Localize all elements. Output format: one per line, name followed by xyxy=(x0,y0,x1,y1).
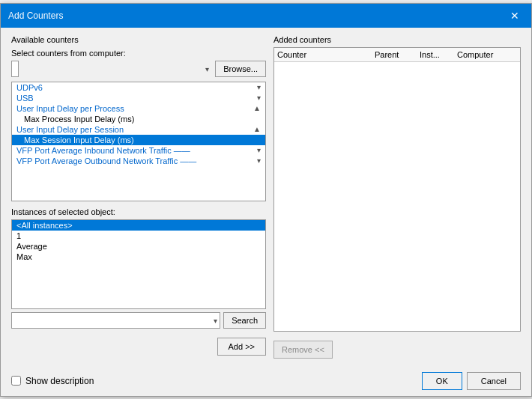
list-item[interactable]: User Input Delay per Session ▲ xyxy=(12,124,265,135)
col-parent: Parent xyxy=(375,50,420,59)
expand-icon: ▾ xyxy=(257,156,261,165)
available-counters-label: Available counters xyxy=(11,35,266,44)
instance-item-average[interactable]: Average xyxy=(12,241,265,252)
remove-button[interactable]: Remove << xyxy=(273,341,333,359)
added-counters-table: Counter Parent Inst... Computer xyxy=(273,47,521,332)
instances-list[interactable]: <All instances> 1 Average Max xyxy=(11,219,266,309)
add-button[interactable]: Add >> xyxy=(217,338,266,356)
expand-icon: ▾ xyxy=(257,83,261,91)
added-table-body xyxy=(274,62,520,317)
search-row: Search xyxy=(11,312,266,329)
instances-label: Instances of selected object: xyxy=(11,207,266,216)
expand-icon: ▲ xyxy=(253,125,261,133)
instance-item-max[interactable]: Max xyxy=(12,252,265,262)
search-select-wrapper xyxy=(11,312,220,329)
list-item[interactable]: User Input Delay per Process ▲ xyxy=(12,103,265,114)
computer-row: Browse... xyxy=(11,61,266,77)
list-item[interactable]: VFP Port Average Inbound Network Traffic… xyxy=(12,145,265,156)
instance-item-all[interactable]: <All instances> xyxy=(12,220,265,231)
select-from-label: Select counters from computer: xyxy=(11,49,266,58)
table-header: Counter Parent Inst... Computer xyxy=(274,48,520,62)
ok-button[interactable]: OK xyxy=(422,372,462,390)
dialog-footer: Show description OK Cancel xyxy=(1,366,531,396)
counters-list[interactable]: UDPv6 ▾ USB ▾ User Input Delay per Proce… xyxy=(11,82,266,201)
dialog-body: Available counters Select counters from … xyxy=(1,28,531,366)
instance-item-1[interactable]: 1 xyxy=(12,231,265,241)
show-description-label: Show description xyxy=(25,376,94,386)
list-item[interactable]: VFP Port Average Outbound Network Traffi… xyxy=(12,156,265,166)
title-bar: Add Counters ✕ xyxy=(1,4,531,28)
left-panel: Available counters Select counters from … xyxy=(11,35,266,359)
list-item[interactable]: UDPv6 ▾ xyxy=(12,82,265,93)
close-button[interactable]: ✕ xyxy=(506,8,524,23)
cancel-button[interactable]: Cancel xyxy=(467,372,521,390)
computer-select-wrapper xyxy=(11,61,212,77)
search-button[interactable]: Search xyxy=(223,312,266,329)
list-item-selected[interactable]: Max Session Input Delay (ms) xyxy=(12,135,265,145)
show-description-checkbox[interactable] xyxy=(11,376,21,386)
dialog-title: Add Counters xyxy=(8,10,63,21)
col-computer: Computer xyxy=(457,50,517,59)
expand-icon: ▲ xyxy=(253,104,261,112)
browse-button[interactable]: Browse... xyxy=(215,61,266,77)
list-item[interactable]: Max Process Input Delay (ms) xyxy=(12,114,265,124)
col-inst: Inst... xyxy=(420,50,457,59)
list-item[interactable]: USB ▾ xyxy=(12,93,265,103)
search-input[interactable] xyxy=(11,312,220,329)
add-counters-dialog: Add Counters ✕ Available counters Select… xyxy=(0,3,532,397)
expand-icon: ▾ xyxy=(257,146,261,154)
col-counter: Counter xyxy=(277,50,375,59)
expand-icon: ▾ xyxy=(257,94,261,102)
show-description-row: Show description xyxy=(11,376,94,386)
added-counters-label: Added counters xyxy=(273,35,521,44)
right-panel: Added counters Counter Parent Inst... Co… xyxy=(273,35,521,359)
computer-select[interactable] xyxy=(11,61,19,77)
footer-buttons: OK Cancel xyxy=(422,372,521,390)
